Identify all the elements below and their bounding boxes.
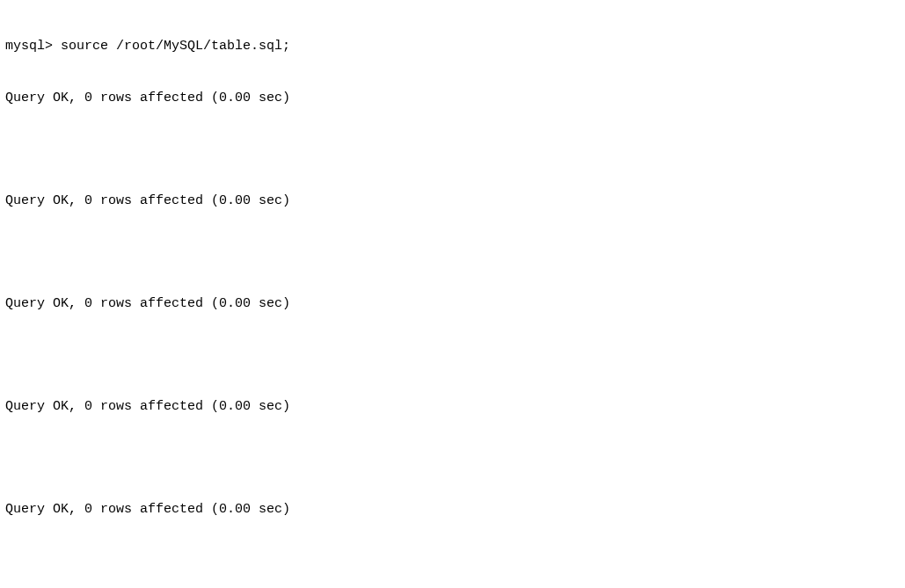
blank-line xyxy=(5,346,900,364)
query-result-line: Query OK, 0 rows affected (0.00 sec) xyxy=(5,192,900,210)
query-result-line: Query OK, 0 rows affected (0.00 sec) xyxy=(5,90,900,107)
blank-line xyxy=(5,449,900,467)
blank-line xyxy=(5,552,900,570)
blank-line xyxy=(5,141,900,158)
blank-line xyxy=(5,243,900,261)
mysql-terminal-output: mysql> source /root/MySQL/table.sql; Que… xyxy=(5,4,900,588)
source-command: source /root/MySQL/table.sql; xyxy=(61,39,290,54)
query-result-line: Query OK, 0 rows affected (0.00 sec) xyxy=(5,398,900,416)
query-result-line: Query OK, 0 rows affected (0.00 sec) xyxy=(5,501,900,519)
mysql-prompt: mysql> xyxy=(5,39,61,54)
query-result-line: Query OK, 0 rows affected (0.00 sec) xyxy=(5,295,900,313)
command-line: mysql> source /root/MySQL/table.sql; xyxy=(5,38,900,55)
